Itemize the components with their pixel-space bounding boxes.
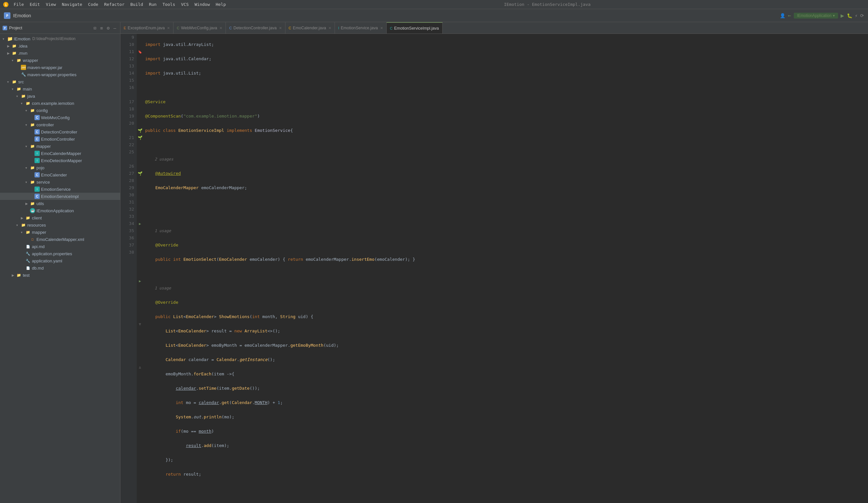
menu-tools[interactable]: Tools: [160, 1, 178, 8]
tree-item-wrapper[interactable]: ▾ 📁 wrapper: [0, 57, 120, 64]
code-line-15: public class EmotionServiceImpl implemen…: [144, 127, 868, 134]
app-title: IEmotion: [13, 13, 31, 18]
tree-item-service[interactable]: ▾ 📁 service: [0, 178, 120, 186]
code-line-30: Calendar calendar = Calendar.getInstance…: [144, 356, 868, 363]
code-line-11: import java.util.List;: [144, 70, 868, 77]
sidebar-header: P Project ⊡ ≡ ⚙ —: [0, 22, 120, 34]
gutter-run-22: ▶: [137, 220, 143, 227]
title-bar: P IEmotion 👤 ← IEmotionApplication ▾ ▶ 🐛…: [0, 9, 868, 22]
menu-help[interactable]: Help: [213, 1, 228, 8]
tree-item-pojo[interactable]: ▾ 📁 pojo: [0, 164, 120, 171]
dropdown-arrow-icon: ▾: [833, 13, 835, 18]
code-hint-1: 2 usages: [144, 156, 868, 163]
tree-item-resources-mapper[interactable]: ▾ 📁 mapper: [0, 228, 120, 236]
debug-button[interactable]: 🐛: [847, 13, 852, 18]
tree-item-db-md[interactable]: ▶ 📄 db.md: [0, 264, 120, 271]
menu-edit[interactable]: Edit: [27, 1, 42, 8]
gutter-spring-14: 🌱: [137, 127, 143, 134]
back-icon[interactable]: ←: [788, 12, 791, 19]
code-line-12: [144, 84, 868, 91]
tree-item-iemotionapp[interactable]: ▶ ☕ IEmotionApplication: [0, 207, 120, 214]
code-line-20: [144, 213, 868, 220]
gutter-bean-18: 🌱: [137, 170, 143, 177]
tab-emotion-service-close[interactable]: ✕: [380, 26, 383, 30]
code-content[interactable]: import java.util.ArrayList; import java.…: [144, 34, 868, 503]
menu-file[interactable]: File: [11, 1, 27, 8]
tree-item-java[interactable]: ▾ 📁 java: [0, 92, 120, 100]
tree-item-emotion-ctrl[interactable]: ▶ C EmotionController: [0, 135, 120, 143]
tree-item-controller[interactable]: ▾ 📁 controller: [0, 121, 120, 128]
tab-webmvcconfig[interactable]: C WebMvcConfig.java ✕: [174, 22, 226, 34]
menu-code[interactable]: Code: [86, 1, 101, 8]
tree-item-src[interactable]: ▾ 📁 src: [0, 78, 120, 85]
tree-item-emotion-service-impl[interactable]: ▶ C EmotionServiceImpl: [0, 193, 120, 200]
code-line-34: System.out.println(mo);: [144, 413, 868, 421]
tree-item-idea[interactable]: ▶ 📁 .idea: [0, 42, 120, 50]
run-button[interactable]: ▶: [841, 12, 844, 19]
run-config-selector[interactable]: IEmotionApplication ▾: [794, 13, 838, 19]
tree-item-mapper[interactable]: ▾ 📁 mapper: [0, 143, 120, 150]
tab-emotion-service-label: EmotionService.java: [341, 26, 378, 30]
tree-item-maven-props[interactable]: ▶ 🔧 maven-wrapper.properties: [0, 71, 120, 78]
tree-item-utils[interactable]: ▶ 📁 utils: [0, 200, 120, 207]
tree-item-emodetection-mapper[interactable]: ▶ I EmoDetectionMapper: [0, 157, 120, 164]
more-icon[interactable]: ⟳: [860, 13, 864, 18]
tree-item-test[interactable]: ▶ 📁 test: [0, 271, 120, 279]
code-line-14: @ComponentScan("com.example.iemotion.map…: [144, 113, 868, 120]
tree-item-resources[interactable]: ▾ 📁 resources: [0, 222, 120, 228]
app-logo: i: [3, 1, 9, 8]
code-line-9: import java.util.ArrayList;: [144, 41, 868, 48]
tab-emotion-service-impl[interactable]: C EmotionServiceImpl.java: [387, 22, 443, 34]
code-line-22: public int EmotionSelect(EmoCalender emo…: [144, 256, 868, 263]
menu-navigate[interactable]: Navigate: [59, 1, 85, 8]
profile-button[interactable]: ⚡: [855, 13, 858, 18]
tree-item-com-example[interactable]: ▾ 📁 com.example.iemotion: [0, 100, 120, 107]
tab-exception-enum-close[interactable]: ✕: [167, 26, 170, 30]
tab-detection-ctrl-close[interactable]: ✕: [279, 26, 282, 30]
settings-icon[interactable]: ⚙: [105, 25, 111, 31]
minimize-icon[interactable]: —: [112, 25, 117, 31]
tab-exception-enum[interactable]: E ExceptionEnum.java ✕: [121, 22, 174, 34]
tree-item-main[interactable]: ▾ 📁 main: [0, 85, 120, 92]
code-line-36: result.add(item);: [144, 442, 868, 449]
tree-item-maven-jar[interactable]: ▶ JAR maven-wrapper.jar: [0, 64, 120, 71]
profile-icon[interactable]: 👤: [780, 13, 785, 18]
tree-item-emotion-service[interactable]: ▶ I EmotionService: [0, 186, 120, 193]
tree-item-webmvcconfig[interactable]: ▶ C WebMvcConfig: [0, 114, 120, 121]
tab-emotion-service[interactable]: I EmotionService.java ✕: [335, 22, 387, 34]
tab-webmvc-close[interactable]: ✕: [219, 26, 222, 30]
code-editor[interactable]: 9 10 11 12 13 14 15 16 · 17 18 19 20 · 2…: [121, 34, 868, 503]
tree-item-emocalender-mapper[interactable]: ▶ I EmoCalenderMapper: [0, 150, 120, 157]
menu-build[interactable]: Build: [128, 1, 146, 8]
menu-refactor[interactable]: Refactor: [102, 1, 127, 8]
editor-area: E ExceptionEnum.java ✕ C WebMvcConfig.ja…: [121, 22, 868, 503]
tab-emocalender-close[interactable]: ✕: [328, 26, 331, 30]
menu-window[interactable]: Window: [192, 1, 213, 8]
tab-detection-ctrl[interactable]: C DetectionController.java ✕: [226, 22, 286, 34]
tree-item-app-props[interactable]: ▶ 🔧 application.properties: [0, 250, 120, 257]
tab-detection-ctrl-label: DetectionController.java: [233, 26, 277, 30]
tabs-bar: E ExceptionEnum.java ✕ C WebMvcConfig.ja…: [121, 22, 868, 34]
code-line-26: @Override: [144, 299, 868, 306]
menu-run[interactable]: Run: [146, 1, 159, 8]
tree-item-emocalender-xml[interactable]: ▶ 🗋 EmoCalenderMapper.xml: [0, 236, 120, 243]
tab-emocalender[interactable]: C EmoCalender.java ✕: [286, 22, 335, 34]
main-layout: P Project ⊡ ≡ ⚙ — ▾ 📁 IEmotion D:\IdeaPr…: [0, 22, 868, 503]
tree-item-emocalender[interactable]: ▶ C EmoCalender: [0, 171, 120, 178]
sync-icon[interactable]: ⊡: [92, 25, 97, 31]
tree-item-config[interactable]: ▾ 📁 config: [0, 107, 120, 114]
sidebar: P Project ⊡ ≡ ⚙ — ▾ 📁 IEmotion D:\IdeaPr…: [0, 22, 121, 503]
collapse-icon[interactable]: ≡: [99, 25, 104, 31]
tree-item-detection-ctrl[interactable]: ▶ C DetectionController: [0, 128, 120, 135]
code-line-38: return result;: [144, 471, 868, 478]
menu-vcs[interactable]: VCS: [178, 1, 191, 8]
menu-view[interactable]: View: [43, 1, 59, 8]
tree-item-client[interactable]: ▶ 📁 client: [0, 214, 120, 222]
tree-item-iemotion[interactable]: ▾ 📁 IEmotion D:\IdeaProjects\IEmotion: [0, 35, 120, 42]
tree-item-api-md[interactable]: ▶ 📄 api.md: [0, 243, 120, 250]
code-line-29: List<EmoCalender> emoByMonth = emoCalend…: [144, 342, 868, 349]
tree-item-app-yaml[interactable]: ▶ 🔧 application.yaml: [0, 257, 120, 264]
gutter-fold-37: △: [137, 363, 143, 370]
code-line-25: [144, 270, 868, 277]
tree-item-mvn[interactable]: ▶ 📁 .mvn: [0, 50, 120, 57]
